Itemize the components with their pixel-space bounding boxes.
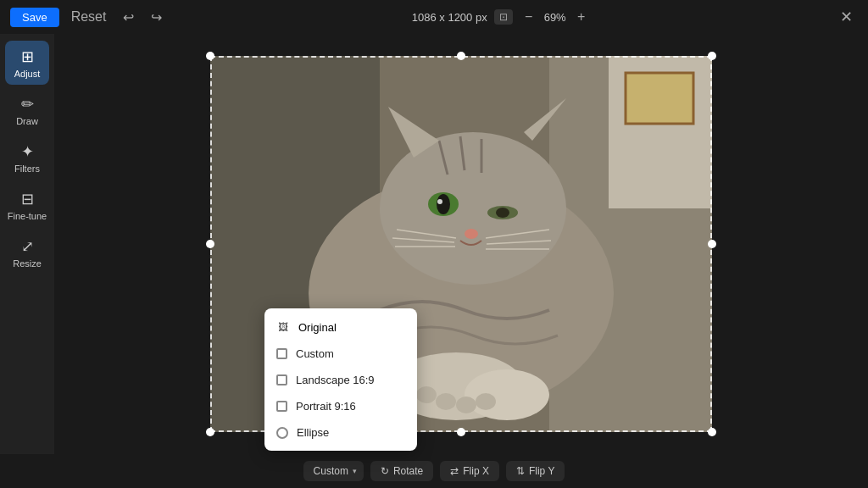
sidebar-item-adjust[interactable]: ⊞ Adjust xyxy=(5,41,49,85)
zoom-controls: − 69% + xyxy=(520,8,591,26)
sidebar-item-draw[interactable]: ✏ Draw xyxy=(5,88,49,132)
canvas-area xyxy=(54,34,868,454)
svg-point-27 xyxy=(416,386,437,403)
custom-checkbox[interactable] xyxy=(276,348,287,359)
landscape-checkbox[interactable] xyxy=(276,374,287,385)
svg-point-15 xyxy=(437,199,442,204)
crop-handle-bottom-right[interactable] xyxy=(708,428,716,436)
svg-point-26 xyxy=(465,369,549,420)
filters-icon: ✦ xyxy=(21,142,34,161)
undo-button[interactable]: ↩ xyxy=(118,6,139,29)
crop-handle-bottom-middle[interactable] xyxy=(457,428,465,436)
finetune-icon: ⊟ xyxy=(21,190,34,208)
sidebar-label-resize: Resize xyxy=(13,258,42,269)
svg-point-29 xyxy=(456,396,476,413)
view-toggle-icon: ⊡ xyxy=(499,11,508,23)
resize-icon: ⤢ xyxy=(21,237,34,256)
crop-handle-middle-left[interactable] xyxy=(206,240,214,248)
top-bar: Save Reset ↩ ↪ 1086 x 1200 px ⊡ − 69% + … xyxy=(0,0,868,34)
svg-point-18 xyxy=(465,229,478,239)
flip-x-icon: ⇄ xyxy=(450,465,459,477)
crop-handle-top-middle[interactable] xyxy=(457,52,465,60)
flip-y-label: Flip Y xyxy=(529,465,554,477)
dropdown-item-original[interactable]: 🖼 Original xyxy=(264,313,417,341)
top-bar-right: ✕ xyxy=(835,4,858,30)
reset-button[interactable]: Reset xyxy=(66,6,112,28)
dropdown-item-portrait[interactable]: Portrait 9:16 xyxy=(264,393,417,419)
crop-handle-middle-right[interactable] xyxy=(708,240,716,248)
view-toggle[interactable]: ⊡ xyxy=(494,9,513,25)
close-button[interactable]: ✕ xyxy=(835,4,858,30)
rotate-icon: ↻ xyxy=(381,465,389,477)
crop-handle-top-left[interactable] xyxy=(206,52,214,60)
dropdown-label-custom: Custom xyxy=(296,347,334,360)
top-bar-center: 1086 x 1200 px ⊡ − 69% + xyxy=(412,8,591,26)
rotate-label: Rotate xyxy=(393,465,423,477)
top-bar-left: Save Reset ↩ ↪ xyxy=(10,6,167,29)
main-area: ⊞ Adjust ✏ Draw ✦ Filters ⊟ Fine-tune ⤢ … xyxy=(0,34,868,454)
crop-dropdown-menu: 🖼 Original Custom Landscape 16:9 Portrai… xyxy=(264,308,417,451)
svg-point-30 xyxy=(476,393,496,410)
custom-dropdown-arrow: ▾ xyxy=(353,467,357,475)
custom-crop-label: Custom xyxy=(314,465,348,477)
svg-point-7 xyxy=(380,132,566,285)
bottom-toolbar: 🖼 Original Custom Landscape 16:9 Portrai… xyxy=(0,454,868,488)
sidebar-item-filters[interactable]: ✦ Filters xyxy=(5,136,49,180)
flip-y-button[interactable]: ⇅ Flip Y xyxy=(506,461,565,481)
sidebar: ⊞ Adjust ✏ Draw ✦ Filters ⊟ Fine-tune ⤢ … xyxy=(0,34,54,454)
zoom-out-button[interactable]: − xyxy=(520,8,538,26)
svg-point-17 xyxy=(496,208,509,218)
dropdown-item-ellipse[interactable]: Ellipse xyxy=(264,419,417,446)
flip-x-label: Flip X xyxy=(463,465,489,477)
dropdown-item-landscape[interactable]: Landscape 16:9 xyxy=(264,367,417,393)
crop-handle-top-right[interactable] xyxy=(708,52,716,60)
save-button[interactable]: Save xyxy=(10,8,59,27)
flip-y-icon: ⇅ xyxy=(516,465,525,477)
custom-crop-button[interactable]: Custom ▾ xyxy=(303,461,364,481)
dropdown-label-portrait: Portrait 9:16 xyxy=(296,400,356,413)
sidebar-label-adjust: Adjust xyxy=(14,69,41,79)
sidebar-item-resize[interactable]: ⤢ Resize xyxy=(5,230,49,274)
svg-rect-4 xyxy=(626,73,693,124)
dropdown-label-landscape: Landscape 16:9 xyxy=(296,374,375,386)
sidebar-label-finetune: Fine-tune xyxy=(8,211,47,221)
svg-point-14 xyxy=(437,194,450,214)
flip-x-button[interactable]: ⇄ Flip X xyxy=(440,461,499,481)
dropdown-label-ellipse: Ellipse xyxy=(297,426,329,439)
zoom-value: 69% xyxy=(542,11,569,24)
original-icon: 🖼 xyxy=(276,320,290,334)
sidebar-label-draw: Draw xyxy=(16,116,38,126)
sidebar-item-finetune[interactable]: ⊟ Fine-tune xyxy=(5,183,49,227)
rotate-button[interactable]: ↻ Rotate xyxy=(370,461,433,481)
dropdown-label-original: Original xyxy=(298,321,337,334)
svg-point-28 xyxy=(436,393,456,410)
crop-handle-bottom-left[interactable] xyxy=(206,428,214,436)
zoom-in-button[interactable]: + xyxy=(572,8,591,26)
sidebar-label-filters: Filters xyxy=(14,164,40,174)
redo-button[interactable]: ↪ xyxy=(146,6,167,29)
image-dimensions: 1086 x 1200 px xyxy=(412,11,487,24)
dropdown-item-custom[interactable]: Custom xyxy=(264,341,417,367)
portrait-checkbox[interactable] xyxy=(276,401,287,412)
ellipse-radio[interactable] xyxy=(276,427,288,439)
adjust-icon: ⊞ xyxy=(21,47,34,66)
draw-icon: ✏ xyxy=(21,95,34,114)
